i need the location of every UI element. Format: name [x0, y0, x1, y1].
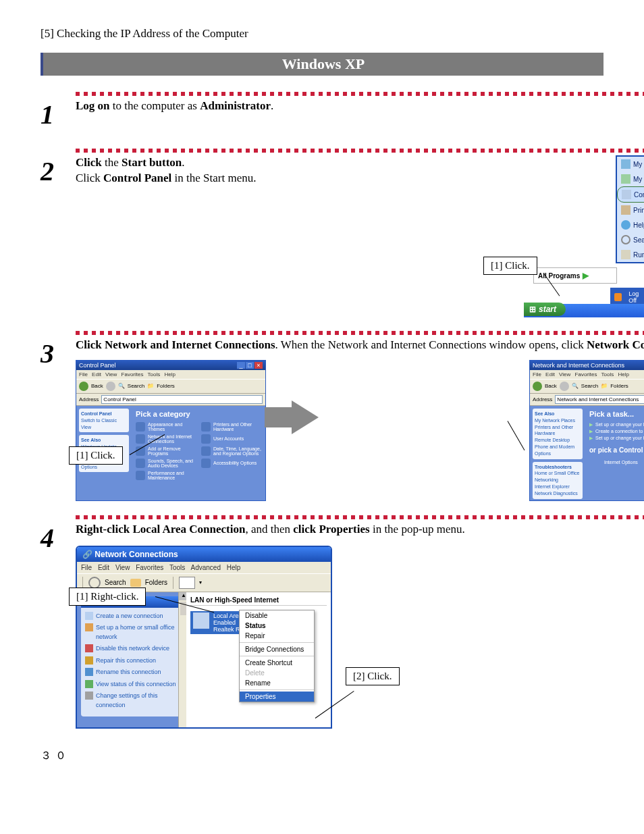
sounds-icon: [136, 459, 145, 468]
switch-classic-view[interactable]: Switch to Classic View: [81, 417, 127, 431]
datetime-icon: [201, 446, 211, 456]
new-connection-icon: [85, 612, 93, 620]
performance-icon: [136, 471, 145, 480]
network-connections-window: 🔗 Network Connections File Edit View Fav…: [76, 546, 332, 729]
forward-button[interactable]: [560, 382, 569, 391]
troubleshooter-item[interactable]: Network Diagnostics: [535, 490, 581, 497]
see-also-item[interactable]: Remote Desktop: [535, 437, 581, 444]
task-item[interactable]: ▶Set up or change your Internet connecti…: [589, 422, 644, 427]
category-addremove[interactable]: Add or Remove Programs: [136, 446, 196, 456]
category-datetime[interactable]: Date, Time, Language, and Regional Optio…: [201, 446, 261, 456]
category-users[interactable]: User Accounts: [201, 434, 261, 444]
back-button[interactable]: [533, 382, 542, 391]
users-icon: [201, 434, 211, 444]
start-button[interactable]: start: [524, 303, 566, 316]
logoff-button[interactable]: Log Off: [628, 290, 644, 304]
see-also-item[interactable]: My Network Places: [535, 417, 581, 424]
window-titlebar: Network and Internet Connections _□×: [530, 361, 644, 370]
folders-icon[interactable]: [130, 579, 141, 587]
see-also-item[interactable]: Printers and Other Hardware: [535, 424, 581, 438]
step-number: 2: [41, 149, 65, 311]
task-item[interactable]: ▶Create a connection to the network at y…: [589, 429, 644, 434]
forward-button[interactable]: [106, 382, 115, 391]
start-item-my-music[interactable]: My Music: [617, 157, 644, 172]
music-icon: [621, 159, 630, 169]
main-panel: LAN or High-Speed Internet Local Area Co…: [186, 592, 331, 727]
ctx-bridge[interactable]: Bridge Connections: [240, 644, 314, 654]
task-repair-connection[interactable]: Repair this connection: [85, 656, 178, 666]
task-rename-connection[interactable]: Rename this connection: [85, 668, 178, 677]
address-input[interactable]: [555, 395, 644, 404]
step-text: Click the Start button. Click Control Pa…: [76, 155, 510, 186]
task-item[interactable]: ▶Set up or change your home or small off…: [589, 436, 644, 441]
callout-click-2: [2] Click.: [346, 667, 400, 685]
category-network[interactable]: Network and Internet Connections: [136, 434, 196, 444]
start-item-search[interactable]: Search: [617, 232, 644, 247]
accessibility-icon: [201, 459, 211, 468]
callout-click-1: [1] Click.: [483, 257, 537, 275]
start-item-help[interactable]: Help and Support: [617, 217, 644, 232]
task-view-status[interactable]: View status of this connection: [85, 680, 178, 689]
toolbar: Back 🔍Search 📁Folders: [76, 379, 265, 394]
start-item-printers[interactable]: Printers and Faxes: [617, 203, 644, 217]
minimize-button[interactable]: _: [237, 362, 245, 369]
folders-icon[interactable]: 📁: [147, 383, 154, 389]
search-label: Search: [105, 579, 126, 586]
task-disable-device[interactable]: Disable this network device: [85, 644, 178, 654]
task-setup-home-net[interactable]: Set up a home or small office network: [85, 623, 178, 642]
control-panel-icon: [622, 190, 631, 199]
network-adapter-icon: [193, 613, 209, 629]
ctx-properties[interactable]: Properties: [240, 692, 314, 702]
maximize-button[interactable]: □: [246, 362, 254, 369]
status-icon: [85, 680, 93, 688]
task-create-connection[interactable]: Create a new connection: [85, 612, 178, 621]
main-panel: Pick a task... ▶Set up or change your In…: [585, 406, 644, 500]
arrow-right-icon: [292, 400, 319, 434]
category-accessibility[interactable]: Accessibility Options: [201, 459, 261, 468]
category-appearance[interactable]: Appearance and Themes: [136, 422, 196, 432]
dotted-rule: [76, 331, 644, 335]
menu-bar[interactable]: File Edit View Favorites Tools Help: [530, 370, 644, 379]
category-printers[interactable]: Printers and Other Hardware: [201, 422, 261, 432]
toolbar: Back 🔍Search 📁Folders: [530, 379, 644, 394]
folders-label: Folders: [145, 579, 167, 586]
step-text: Log on to the computer as Administrator.: [76, 99, 644, 114]
ctx-shortcut[interactable]: Create Shortcut: [240, 658, 314, 668]
step-number: 1: [41, 92, 65, 128]
menu-bar[interactable]: File Edit View Favorites Tools Help: [76, 370, 265, 379]
ctx-disable[interactable]: Disable: [240, 610, 314, 621]
start-item-run[interactable]: Run...: [617, 247, 644, 262]
start-item-control-panel[interactable]: Control Panel: [617, 186, 644, 203]
troubleshooter-item[interactable]: Internet Explorer: [535, 484, 581, 490]
address-input[interactable]: [101, 395, 263, 404]
start-menu-right-column: My Music My Computer Control Panel Print…: [616, 155, 644, 263]
step-3: 3 Click Network and Internet Connections…: [41, 331, 603, 495]
task-change-settings[interactable]: Change settings of this connection: [85, 692, 178, 710]
step-text: Click Network and Internet Connections. …: [76, 338, 644, 353]
panel-internet-options[interactable]: Internet Options: [589, 457, 638, 469]
search-icon: [621, 235, 630, 244]
control-panel-window: Control Panel _□× File Edit View Favorit…: [76, 360, 266, 501]
back-button[interactable]: [79, 382, 88, 391]
category-performance[interactable]: Performance and Maintenance: [136, 471, 196, 480]
close-button[interactable]: ×: [254, 362, 263, 369]
view-mode-button[interactable]: [179, 577, 195, 589]
step-2: 2 Click the Start button. Click Control …: [41, 149, 603, 311]
window-titlebar: 🔗 Network Connections: [77, 547, 331, 562]
ctx-rename[interactable]: Rename: [240, 678, 314, 688]
callout-rightclick-1: [1] Right-click.: [69, 588, 146, 606]
category-sounds[interactable]: Sounds, Speech, and Audio Devices: [136, 459, 196, 468]
logoff-icon[interactable]: [614, 293, 622, 301]
troubleshooter-item[interactable]: Home or Small Office Networking: [535, 470, 581, 484]
start-item-my-computer[interactable]: My Computer: [617, 172, 644, 186]
search-icon[interactable]: 🔍: [572, 383, 579, 389]
folders-icon[interactable]: 📁: [601, 383, 608, 389]
ctx-repair[interactable]: Repair: [240, 631, 314, 641]
dotted-rule: [76, 515, 644, 519]
search-icon[interactable]: 🔍: [118, 383, 125, 389]
ctx-status[interactable]: Status: [240, 621, 314, 631]
menu-bar[interactable]: File Edit View Favorites Tools Advanced …: [77, 562, 331, 573]
dotted-rule: [76, 149, 644, 153]
help-icon: [621, 220, 630, 230]
see-also-item[interactable]: Phone and Modem Options: [535, 444, 581, 457]
